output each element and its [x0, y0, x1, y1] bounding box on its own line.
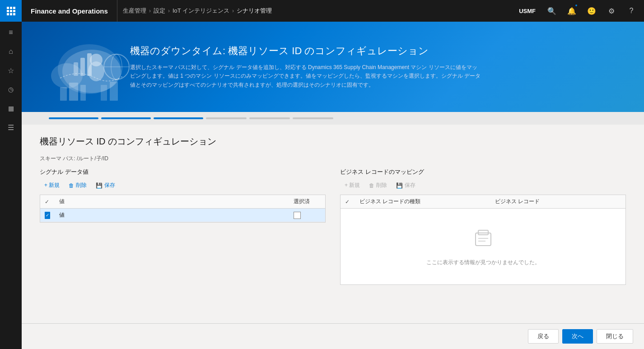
sidebar-recent[interactable]: ◷ — [2, 80, 20, 98]
row-checked-icon: ✓ — [45, 212, 50, 219]
row-value-cell[interactable]: 値 — [55, 209, 289, 222]
hero-title: 機器のダウンタイム: 機器リソース ID のコンフィギュレーション — [130, 44, 617, 58]
business-toolbar: + 新規 🗑 削除 💾 保存 — [340, 180, 626, 191]
breadcrumb-item-2[interactable]: IoT インテリジェンス — [173, 7, 229, 15]
save-icon-biz: 💾 — [396, 182, 403, 189]
empty-icon — [472, 227, 495, 253]
step-6[interactable] — [293, 117, 333, 119]
breadcrumb-sep-1: › — [168, 8, 170, 14]
svg-rect-15 — [110, 82, 118, 101]
breadcrumb-sep-0: › — [149, 8, 151, 14]
progress-steps — [22, 112, 644, 125]
breadcrumb-item-1[interactable]: 設定 — [154, 7, 165, 15]
header-selected: 選択済 — [289, 195, 325, 208]
business-delete-button[interactable]: 🗑 削除 — [364, 180, 392, 191]
step-3[interactable] — [154, 117, 203, 119]
signal-toolbar: + 新規 🗑 削除 💾 保存 — [40, 180, 326, 191]
row-selected-cell[interactable] — [289, 209, 325, 222]
biz-header-record: ビジネス レコード — [490, 195, 626, 208]
back-button[interactable]: 戻る — [528, 329, 559, 344]
user-feedback-button[interactable]: 🙂 — [583, 0, 601, 22]
signal-save-button[interactable]: 💾 保存 — [91, 180, 120, 191]
svg-rect-7 — [87, 53, 92, 76]
trash-icon: 🗑 — [69, 182, 74, 189]
breadcrumb: 生産管理 › 設定 › IoT インテリジェンス › シナリオ管理 — [117, 7, 513, 15]
signal-table-header: ✓ 値 選択済 — [40, 195, 325, 209]
biz-header-check: ✓ — [341, 195, 355, 208]
signal-table: ✓ 値 選択済 ✓ 値 — [40, 195, 326, 223]
search-button[interactable]: 🔍 — [543, 0, 561, 22]
close-button[interactable]: 閉じる — [597, 329, 633, 344]
empty-text: ここに表示する情報が見つかりませんでした。 — [426, 259, 540, 266]
breadcrumb-item-0[interactable]: 生産管理 — [123, 7, 146, 15]
two-column-layout: シグナル データ値 + 新規 🗑 削除 💾 保存 — [40, 168, 626, 285]
signal-delete-button[interactable]: 🗑 削除 — [64, 180, 91, 191]
hero-text: 機器のダウンタイム: 機器リソース ID のコンフィギュレーション 選択したスキ… — [130, 44, 617, 89]
page-content: 機器リソース ID のコンフィギュレーション スキーマ パス: /ルート/子/I… — [22, 125, 644, 323]
breadcrumb-item-3[interactable]: シナリオ管理 — [237, 7, 272, 15]
business-save-button[interactable]: 💾 保存 — [392, 180, 420, 191]
hero-description: 選択したスキーマ パスに対して、シグナル データ値を追加し、対応する Dynam… — [130, 63, 482, 89]
svg-rect-6 — [80, 58, 85, 76]
sidebar-hamburger[interactable]: ≡ — [2, 23, 20, 42]
step-indicator — [49, 117, 333, 119]
waffle-button[interactable] — [0, 0, 22, 22]
header-checkmark: ✓ — [40, 195, 55, 208]
hero-illustration — [40, 22, 139, 112]
step-1[interactable] — [49, 117, 98, 119]
step-4[interactable] — [206, 117, 247, 119]
schema-path: スキーマ パス: /ルート/子/ID — [40, 155, 626, 163]
waffle-icon — [7, 7, 15, 15]
save-icon: 💾 — [96, 182, 103, 189]
business-table: ✓ ビジネス レコードの種類 ビジネス レコード — [340, 195, 626, 285]
next-button[interactable]: 次へ — [562, 329, 593, 344]
svg-rect-11 — [60, 87, 67, 101]
bottom-bar: 戻る 次へ 閉じる — [22, 323, 644, 349]
page-title: 機器リソース ID のコンフィギュレーション — [40, 135, 626, 148]
app-title: Finance and Operations — [22, 0, 117, 22]
trash-icon-biz: 🗑 — [369, 182, 374, 189]
sidebar: ≡ ⌂ ☆ ◷ ▦ ☰ — [0, 22, 22, 349]
notifications-button[interactable]: 🔔 — [563, 0, 581, 22]
business-table-header: ✓ ビジネス レコードの種類 ビジネス レコード — [341, 195, 625, 209]
main-layout: ≡ ⌂ ☆ ◷ ▦ ☰ — [0, 22, 644, 349]
top-nav-right: USMF 🔍 🔔 🙂 ⚙ ? — [513, 0, 644, 22]
row-selected-checkbox[interactable] — [294, 212, 301, 219]
row-check-cell: ✓ — [40, 209, 55, 222]
sidebar-list[interactable]: ☰ — [2, 118, 20, 136]
signal-data-section: シグナル データ値 + 新規 🗑 削除 💾 保存 — [40, 168, 326, 285]
hero-banner: 機器のダウンタイム: 機器リソース ID のコンフィギュレーション 選択したスキ… — [22, 22, 644, 112]
empty-state: ここに表示する情報が見つかりませんでした。 — [341, 209, 625, 284]
notification-badge — [574, 4, 578, 7]
sidebar-home[interactable]: ⌂ — [2, 42, 20, 60]
svg-rect-13 — [80, 85, 86, 101]
breadcrumb-sep-2: › — [232, 8, 234, 14]
signal-section-label: シグナル データ値 — [40, 168, 326, 176]
header-value: 値 — [55, 195, 289, 208]
svg-rect-12 — [69, 83, 78, 101]
hero-svg — [47, 28, 132, 105]
top-nav: Finance and Operations 生産管理 › 設定 › IoT イ… — [0, 0, 644, 22]
main-area: 機器のダウンタイム: 機器リソース ID のコンフィギュレーション 選択したスキ… — [22, 22, 644, 349]
signal-new-button[interactable]: + 新規 — [40, 180, 64, 191]
business-record-section: ビジネス レコードのマッピング + 新規 🗑 削除 💾 保存 — [340, 168, 626, 285]
help-button[interactable]: ? — [622, 0, 640, 22]
step-2[interactable] — [101, 117, 151, 119]
sidebar-workspaces[interactable]: ▦ — [2, 99, 20, 117]
biz-header-type: ビジネス レコードの種類 — [355, 195, 490, 208]
signal-table-row[interactable]: ✓ 値 — [40, 209, 325, 222]
business-section-label: ビジネス レコードのマッピング — [340, 168, 626, 176]
settings-button[interactable]: ⚙ — [602, 0, 621, 22]
company-selector[interactable]: USMF — [513, 8, 541, 14]
business-new-button[interactable]: + 新規 — [340, 180, 364, 191]
sidebar-favorites[interactable]: ☆ — [2, 61, 20, 79]
step-5[interactable] — [249, 117, 290, 119]
svg-rect-14 — [101, 85, 107, 101]
